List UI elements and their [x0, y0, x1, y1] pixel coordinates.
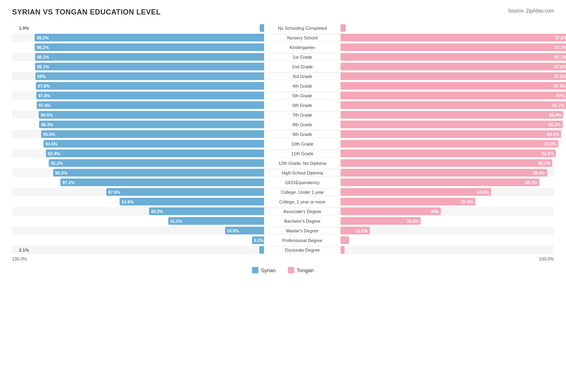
row-label: 6th Grade: [264, 102, 341, 109]
tongan-inner-label: 92.2%: [540, 151, 556, 156]
syrian-inner-label: 94.5%: [43, 142, 59, 146]
row-label: 3rd Grade: [264, 73, 341, 80]
tongan-bar: 64.5%: [341, 188, 491, 196]
syrian-inner-label: 97.6%: [36, 93, 52, 98]
row-label: College, Under 1 year: [264, 189, 341, 195]
tongan-inner-label: 97.6%: [553, 64, 566, 69]
row-label: Master's Degree: [264, 228, 341, 234]
tongan-bar: 12.5%: [341, 227, 370, 234]
tongan-bar: 95.1%: [341, 121, 563, 128]
row-label: Professional Degree: [264, 237, 341, 244]
tongan-bar: 95.4%: [341, 111, 563, 119]
row-label: 7th Grade: [264, 112, 341, 118]
tongan-inner-label: 97.5%: [553, 74, 566, 79]
syrian-bar: 41.1%: [168, 217, 264, 225]
chart-row: 1.9%No Schooling Completed2.3%: [12, 24, 554, 32]
tongan-bar: [341, 24, 346, 32]
tongan-inner-label: 95.1%: [547, 122, 563, 127]
bottom-axis: 100.0% 100.0%: [12, 257, 554, 261]
tongan-inner-label: 94.4%: [545, 132, 561, 137]
tongan-bar: 97.8%: [341, 34, 566, 41]
syrian-bar: 97.8%: [36, 82, 264, 90]
syrian-bar: 97.6%: [36, 92, 264, 99]
row-label: 9th Grade: [264, 131, 341, 138]
row-label: 11th Grade: [264, 150, 341, 157]
chart-container: 1.9%No Schooling Completed2.3%98.2%Nurse…: [12, 24, 554, 254]
syrian-inner-label: 41.1%: [168, 219, 184, 224]
chart-row: 2.1%Doctorate Degree1.7%: [12, 246, 554, 254]
chart-row: 93.4%11th Grade92.2%: [12, 149, 554, 158]
tongan-bar: 97.3%: [341, 82, 566, 90]
syrian-bar: 98.1%: [35, 63, 264, 70]
syrian-inner-label: 61.9%: [120, 199, 135, 204]
row-label: High School Diploma: [264, 170, 341, 176]
syrian-bar: 95.5%: [41, 130, 264, 138]
syrian-bar: 96.5%: [39, 111, 264, 119]
chart-row: 16.8%Master's Degree12.5%: [12, 226, 554, 235]
syrian-inner-label: 98.2%: [35, 35, 50, 40]
tongan-bar: [341, 246, 345, 254]
chart-row: 98.2%Kindergarten97.7%: [12, 43, 554, 51]
syrian-bar: 97.4%: [37, 101, 264, 109]
tongan-bar: 97.7%: [341, 53, 566, 61]
syrian-bar: 98%: [35, 72, 264, 80]
tongan-bar: [341, 236, 349, 244]
chart-header: SYRIAN VS TONGAN EDUCATION LEVEL Source:…: [12, 8, 554, 16]
chart-row: 98.2%Nursery School97.8%: [12, 33, 554, 42]
syrian-bar: [259, 246, 264, 254]
row-label: 1st Grade: [264, 54, 341, 60]
chart-row: 61.9%College, 1 year or more57.8%: [12, 197, 554, 206]
syrian-inner-label: 98.1%: [35, 64, 51, 69]
chart-row: 97.4%6th Grade96.7%: [12, 101, 554, 109]
tongan-bar: 43%: [341, 207, 441, 215]
tongan-bar: 93.3%: [341, 140, 558, 148]
tongan-bar: 92.2%: [341, 150, 556, 157]
chart-row: 96.3%8th Grade95.1%: [12, 120, 554, 129]
tongan-inner-label: 57.8%: [460, 199, 475, 204]
chart-row: 97.6%5th Grade97%: [12, 91, 554, 100]
syrian-bar: 98.2%: [35, 43, 264, 51]
syrian-bar: 5.2%: [252, 236, 264, 244]
syrian-bar: 67.6%: [106, 188, 264, 196]
syrian-inner-label: 98.2%: [35, 45, 50, 50]
bottom-left-label: 100.0%: [12, 257, 27, 261]
syrian-inner-label: 92.2%: [49, 161, 64, 166]
tongan-inner-label: 95.4%: [548, 113, 564, 117]
syrian-inner-label: 96.5%: [39, 113, 54, 117]
syrian-bar: 16.8%: [225, 227, 264, 234]
tongan-bar: 57.8%: [341, 198, 475, 205]
syrian-inner-label: 95.5%: [41, 132, 57, 137]
tongan-inner-label: 64.5%: [475, 190, 491, 195]
row-label: Doctorate Degree: [264, 247, 341, 253]
syrian-bar: 93.4%: [46, 150, 264, 157]
syrian-inner-label: 49.3%: [149, 209, 165, 214]
tongan-inner-label: 97.3%: [552, 84, 566, 88]
syrian-inner-label: 87.2%: [60, 180, 76, 185]
syrian-inner-label: 93.4%: [46, 151, 62, 156]
tongan-bar: 88.4%: [341, 169, 547, 177]
chart-row: 94.5%10th Grade93.3%: [12, 140, 554, 148]
syrian-bar: 92.2%: [49, 159, 264, 167]
tongan-inner-label: 97.7%: [553, 45, 566, 50]
tongan-legend-box: [288, 267, 294, 273]
row-label: 12th Grade, No Diploma: [264, 160, 341, 166]
syrian-inner-label: 98.1%: [35, 55, 51, 60]
syrian-inner-label: 98%: [35, 74, 48, 79]
chart-row: 95.5%9th Grade94.4%: [12, 130, 554, 138]
row-label: 5th Grade: [264, 92, 341, 99]
syrian-value: 2.1%: [12, 248, 31, 252]
chart-row: 98%3rd Grade97.5%: [12, 72, 554, 80]
row-label: Associate's Degree: [264, 208, 341, 215]
chart-row: 97.8%4th Grade97.3%: [12, 82, 554, 90]
syrian-inner-label: 16.8%: [225, 228, 241, 233]
tongan-inner-label: 97.8%: [553, 35, 566, 40]
legend: Syrian Tongan: [12, 267, 554, 273]
tongan-inner-label: 96.7%: [551, 103, 566, 108]
syrian-inner-label: 97.8%: [36, 84, 52, 88]
tongan-inner-label: 43%: [429, 209, 441, 214]
row-label: No Schooling Completed: [264, 25, 341, 31]
chart-row: 5.2%Professional Degree3.7%: [12, 236, 554, 244]
syrian-bar: [260, 24, 264, 32]
chart-row: 98.1%2nd Grade97.6%: [12, 62, 554, 71]
syrian-inner-label: 96.3%: [39, 122, 55, 127]
